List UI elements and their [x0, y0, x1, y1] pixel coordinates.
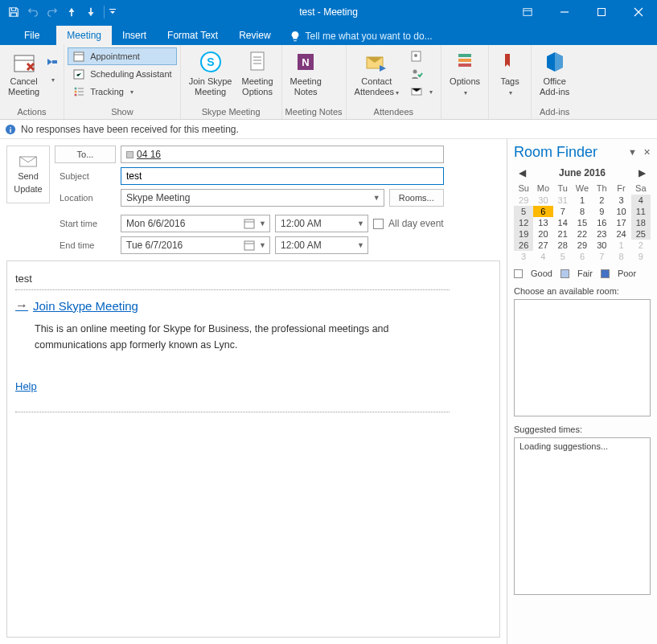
tab-insert[interactable]: Insert [112, 26, 157, 45]
start-time-field[interactable]: 12:00 AM ▼ [275, 215, 368, 232]
to-field[interactable]: 04 16 [121, 146, 444, 163]
help-link[interactable]: Help [15, 380, 37, 392]
calendar-day[interactable]: 3 [514, 251, 533, 262]
calendar-day[interactable]: 9 [631, 251, 651, 262]
appointment-button[interactable]: Appointment [68, 47, 177, 65]
address-book-button[interactable] [405, 47, 437, 65]
meeting-options-button[interactable]: Meeting Options [236, 47, 277, 99]
calendar-day[interactable]: 7 [592, 251, 611, 262]
calendar-day[interactable]: 10 [611, 206, 630, 217]
calendar-day[interactable]: 18 [631, 217, 651, 228]
calendar-day[interactable]: 1 [573, 195, 592, 206]
check-names-button[interactable] [405, 65, 437, 83]
meeting-body[interactable]: test → Join Skype Meeting This is an onl… [6, 260, 500, 638]
calendar-day[interactable]: 2 [592, 195, 611, 206]
redo-button[interactable] [43, 3, 61, 21]
scheduling-assistant-button[interactable]: Scheduling Assistant [68, 65, 177, 83]
join-skype-meeting-link[interactable]: → Join Skype Meeting [15, 298, 491, 313]
start-date-field[interactable]: Mon 6/6/2016 ▼ [121, 215, 270, 232]
close-button[interactable] [620, 0, 657, 24]
cancel-meeting-button[interactable]: Cancel Meeting [3, 47, 44, 99]
next-item-button[interactable] [82, 3, 100, 21]
calendar-day[interactable]: 20 [533, 228, 552, 240]
calendar-day[interactable]: 9 [592, 206, 611, 217]
calendar-day[interactable]: 30 [592, 240, 611, 251]
qat-customize-dropdown[interactable] [109, 3, 117, 21]
prev-month-button[interactable]: ◀ [519, 167, 526, 178]
calendar-day[interactable]: 7 [553, 206, 573, 217]
calendar-day[interactable]: 12 [514, 217, 533, 228]
calendar-icon [243, 239, 256, 252]
all-day-checkbox[interactable] [373, 219, 384, 229]
location-field[interactable]: Skype Meeting ▼ [121, 189, 384, 207]
tracking-button[interactable]: Tracking ▾ [68, 83, 177, 100]
body-description: This is an online meeting for Skype for … [35, 321, 404, 353]
to-button[interactable]: To... [55, 146, 116, 163]
tab-meeting[interactable]: Meeting [56, 26, 112, 45]
calendar-day[interactable]: 29 [573, 240, 592, 251]
prev-item-button[interactable] [63, 3, 80, 21]
calendar-day[interactable]: 23 [592, 228, 611, 240]
calendar-day[interactable]: 5 [553, 251, 573, 262]
suggested-times-list[interactable]: Loading suggestions... [514, 437, 651, 595]
calendar-day[interactable]: 2 [631, 240, 651, 251]
ribbon-display-options[interactable] [509, 0, 546, 24]
calendar-day[interactable]: 6 [573, 251, 592, 262]
end-date-field[interactable]: Tue 6/7/2016 ▼ [121, 236, 270, 254]
end-time-value: 12:00 AM [281, 240, 322, 251]
subject-field[interactable] [121, 167, 444, 185]
calendar-day[interactable]: 28 [553, 240, 573, 251]
calendar-day[interactable]: 4 [533, 251, 552, 262]
tab-review[interactable]: Review [228, 26, 281, 45]
next-month-button[interactable]: ▶ [639, 167, 646, 178]
calendar-day[interactable]: 14 [553, 217, 573, 228]
calendar-day[interactable]: 25 [631, 228, 651, 240]
tags-button[interactable]: Tags▾ [492, 47, 528, 100]
available-rooms-list[interactable] [514, 299, 651, 416]
calendar-day[interactable]: 1 [611, 240, 630, 251]
calendar-day[interactable]: 6 [533, 206, 552, 217]
calendar-day[interactable]: 15 [573, 217, 592, 228]
calendar-day[interactable]: 5 [514, 206, 533, 217]
end-time-field[interactable]: 12:00 AM ▼ [275, 236, 368, 254]
calendar-day[interactable]: 4 [631, 195, 651, 206]
separator-line [15, 412, 450, 412]
calendar-day[interactable]: 24 [611, 228, 630, 240]
save-button[interactable] [5, 3, 23, 21]
calendar-day[interactable]: 22 [573, 228, 592, 240]
minimize-button[interactable] [546, 0, 583, 24]
rooms-button[interactable]: Rooms... [389, 189, 444, 207]
tell-me-search[interactable]: Tell me what you want to do... [281, 31, 441, 45]
calendar-day[interactable]: 13 [533, 217, 552, 228]
maximize-button[interactable] [583, 0, 620, 24]
options-button[interactable]: Options▾ [445, 47, 485, 100]
calendar-day[interactable]: 16 [592, 217, 611, 228]
send-update-button[interactable]: Send Update [6, 146, 50, 203]
tab-format-text[interactable]: Format Text [157, 26, 228, 45]
join-skype-meeting-button[interactable]: S Join Skype Meeting [184, 47, 237, 99]
undo-button[interactable] [24, 3, 42, 21]
pane-options-button[interactable]: ▼ [628, 147, 637, 158]
calendar-day[interactable]: 3 [611, 195, 630, 206]
calendar-day[interactable]: 11 [631, 206, 651, 217]
meeting-notes-button[interactable]: N Meeting Notes [285, 47, 326, 99]
tab-file[interactable]: File [14, 26, 50, 45]
actions-more-button[interactable]: ▾ [44, 47, 60, 85]
calendar-day[interactable]: 31 [553, 195, 573, 206]
calendar-day[interactable]: 19 [514, 228, 533, 240]
calendar-day[interactable]: 26 [514, 240, 533, 251]
contact-attendees-button[interactable]: Contact Attendees▾ [350, 47, 404, 100]
calendar-day[interactable]: 17 [611, 217, 630, 228]
office-addins-button[interactable]: Office Add-ins [535, 47, 574, 99]
recipient-chip[interactable]: 04 16 [126, 149, 161, 160]
pane-close-button[interactable]: ✕ [643, 147, 651, 158]
calendar-day[interactable]: 8 [573, 206, 592, 217]
calendar-day[interactable]: 8 [611, 251, 630, 262]
calendar-day[interactable]: 30 [533, 195, 552, 206]
scheduling-icon [72, 68, 85, 80]
chevron-down-icon: ▼ [357, 241, 364, 249]
response-options-button[interactable]: ▾ [405, 83, 437, 100]
calendar-day[interactable]: 29 [514, 195, 533, 206]
calendar-day[interactable]: 27 [533, 240, 552, 251]
calendar-day[interactable]: 21 [553, 228, 573, 240]
